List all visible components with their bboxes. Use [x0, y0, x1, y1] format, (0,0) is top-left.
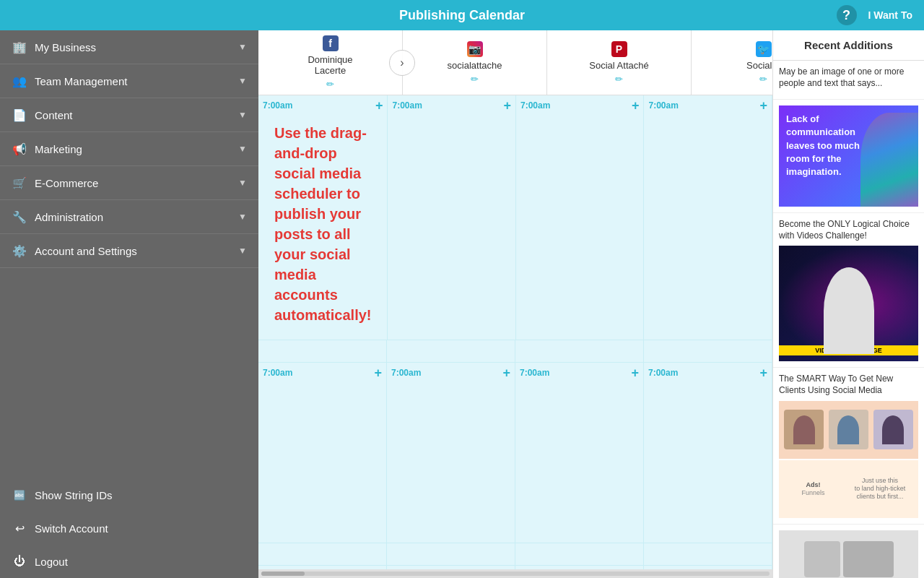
pinterest-edit-button[interactable]: ✏: [615, 74, 623, 85]
nav-next-arrow[interactable]: ›: [389, 50, 415, 76]
sidebar-item-my-business[interactable]: 🏢 My Business ▼: [0, 30, 258, 64]
cell-time-2-3: 7:00am: [520, 368, 549, 378]
abstract-art-decoration: [860, 113, 918, 207]
scrollbar-thumb[interactable]: [261, 571, 305, 576]
cell-add-button-1-3[interactable]: +: [632, 98, 640, 113]
chevron-down-icon: ▼: [238, 42, 247, 52]
chevron-down-icon-7: ▼: [238, 246, 247, 256]
sidebar-item-logout[interactable]: ⏻ Logout: [0, 545, 258, 578]
instagram-edit-button[interactable]: ✏: [471, 74, 479, 85]
horizontal-scrollbar[interactable]: [258, 569, 772, 578]
videos-challenge-card: 21 DAY VIDEOS CHALLENGE: [779, 246, 918, 361]
account-settings-icon: ⚙️: [12, 243, 27, 259]
sidebar-item-ecommerce[interactable]: 🛒 E-Commerce ▼: [0, 166, 258, 200]
sidebar-label-administration: Administration: [35, 211, 103, 223]
account-cell-pinterest: P Social Attaché ✏: [547, 30, 692, 95]
cell-add-button-3-2[interactable]: +: [502, 569, 510, 569]
main-layout: 🏢 My Business ▼ 👥 Team Management ▼ 📄 Co…: [0, 30, 924, 578]
recent-addition-title-1: May be an image of one or more people an…: [779, 66, 918, 89]
cell-add-button-2-2[interactable]: +: [502, 366, 510, 381]
instagram-icon: 📷: [467, 41, 483, 57]
sidebar-label-content: Content: [35, 109, 73, 121]
team-management-icon: 👥: [12, 73, 27, 89]
promo-cell-3: [515, 340, 644, 362]
top-header: Publishing Calendar ? I Want To: [0, 0, 924, 30]
calendar-cell-1-2: 7:00am +: [388, 95, 516, 340]
recent-addition-item-5[interactable]: [773, 525, 924, 578]
instagram-account-name: socialattache: [448, 60, 502, 71]
sidebar-label-ecommerce: E-Commerce: [35, 177, 98, 189]
calendar-cell-1-1: 7:00am + Use the drag-and-drop social me…: [258, 95, 388, 340]
logout-icon: ⏻: [12, 553, 27, 569]
calendar-cell-2-4: 7:00am +: [644, 363, 772, 543]
pinterest-icon: P: [611, 41, 627, 57]
chevron-down-icon-3: ▼: [238, 110, 247, 120]
cell-add-button-1-4[interactable]: +: [759, 98, 767, 113]
twitter-account-name: Social A: [746, 60, 772, 71]
cell-add-button-1-1[interactable]: +: [375, 98, 383, 113]
recent-addition-item-3[interactable]: Become the ONLY Logical Choice with Vide…: [773, 213, 924, 368]
account-cell-facebook: f DominiqueLacerte ✏ ›: [258, 30, 403, 95]
cell-add-button-2-4[interactable]: +: [759, 366, 767, 381]
administration-icon: 🔧: [12, 209, 27, 225]
promo-cell-2-4: [644, 543, 772, 565]
promo-row-2: [258, 543, 772, 566]
twitter-icon: 🐦: [756, 41, 772, 57]
cell-time-1-3: 7:00am: [520, 100, 550, 111]
cell-add-button-2-1[interactable]: +: [374, 366, 382, 381]
calendar-row-3: 7:00am + 7:00am + 7:00am + 7:00am +: [258, 566, 772, 569]
cell-time-2-4: 7:00am: [648, 368, 678, 378]
sidebar-item-account-settings[interactable]: ⚙️ Account and Settings ▼: [0, 234, 258, 268]
calendar-cell-2-3: 7:00am +: [515, 363, 644, 543]
scrollbar-track: [261, 571, 770, 576]
recent-addition-item-2[interactable]: Lack of communication leaves too much ro…: [773, 100, 924, 213]
sidebar: 🏢 My Business ▼ 👥 Team Management ▼ 📄 Co…: [0, 30, 258, 578]
promo-cell-4: [644, 340, 772, 362]
cell-time-2-1: 7:00am: [263, 368, 292, 378]
calendar-cell-3-3: 7:00am +: [515, 566, 644, 569]
calendar-cell-1-4: 7:00am +: [644, 95, 772, 340]
lack-card-text: Lack of communication leaves too much ro…: [786, 113, 861, 178]
twitter-edit-button[interactable]: ✏: [759, 74, 767, 85]
chevron-down-icon-2: ▼: [238, 76, 247, 86]
lack-of-communication-card: Lack of communication leaves too much ro…: [779, 105, 918, 207]
i-want-to-button[interactable]: I Want To: [868, 9, 912, 21]
help-button[interactable]: ?: [837, 5, 857, 25]
content-icon: 📄: [12, 107, 27, 123]
facebook-account-name: DominiqueLacerte: [308, 54, 352, 76]
calendar-cell-1-3: 7:00am +: [516, 95, 645, 340]
cell-time-1-1: 7:00am: [263, 100, 292, 111]
calendar-grid: 7:00am + Use the drag-and-drop social me…: [258, 95, 772, 569]
calendar-row-2: 7:00am + 7:00am + 7:00am + 7:00am +: [258, 363, 772, 543]
sidebar-item-marketing[interactable]: 📢 Marketing ▼: [0, 132, 258, 166]
cell-add-button-3-3[interactable]: +: [631, 569, 639, 569]
account-cell-twitter: 🐦 Social A ✏: [692, 30, 772, 95]
sidebar-label-account-settings: Account and Settings: [35, 245, 137, 257]
recent-addition-item-1[interactable]: May be an image of one or more people an…: [773, 61, 924, 100]
recent-addition-item-4[interactable]: The SMART Way To Get New Clients Using S…: [773, 368, 924, 524]
drag-drop-message: Use the drag-and-drop social media sched…: [263, 111, 383, 337]
show-string-ids-icon: 🔤: [12, 487, 27, 503]
ecommerce-icon: 🛒: [12, 175, 27, 191]
facebook-icon: f: [323, 35, 339, 51]
chevron-down-icon-6: ▼: [238, 212, 247, 222]
sidebar-item-team-management[interactable]: 👥 Team Management ▼: [0, 64, 258, 98]
cell-add-button-3-1[interactable]: +: [374, 569, 382, 569]
facebook-edit-button[interactable]: ✏: [326, 79, 334, 90]
promo-row-1: [258, 340, 772, 363]
sidebar-label-team-management: Team Management: [35, 75, 127, 87]
promo-cell-2: [387, 340, 515, 362]
cell-add-button-2-3[interactable]: +: [631, 366, 639, 381]
pinterest-account-name: Social Attaché: [589, 60, 648, 71]
cell-add-button-1-2[interactable]: +: [503, 98, 511, 113]
calendar-row-1: 7:00am + Use the drag-and-drop social me…: [258, 95, 772, 340]
cell-time-1-2: 7:00am: [392, 100, 422, 111]
smart-way-card-bottom: Ads!Funnels Just use thisto land high-ti…: [779, 460, 918, 518]
sidebar-item-show-string-ids[interactable]: 🔤 Show String IDs: [0, 478, 258, 512]
calendar-cell-2-2: 7:00am +: [387, 363, 515, 543]
sidebar-item-switch-account[interactable]: ↩ Switch Account: [0, 512, 258, 545]
sidebar-item-administration[interactable]: 🔧 Administration ▼: [0, 200, 258, 234]
sidebar-label-switch-account: Switch Account: [35, 522, 108, 535]
cell-add-button-3-4[interactable]: +: [759, 569, 767, 569]
sidebar-item-content[interactable]: 📄 Content ▼: [0, 98, 258, 132]
